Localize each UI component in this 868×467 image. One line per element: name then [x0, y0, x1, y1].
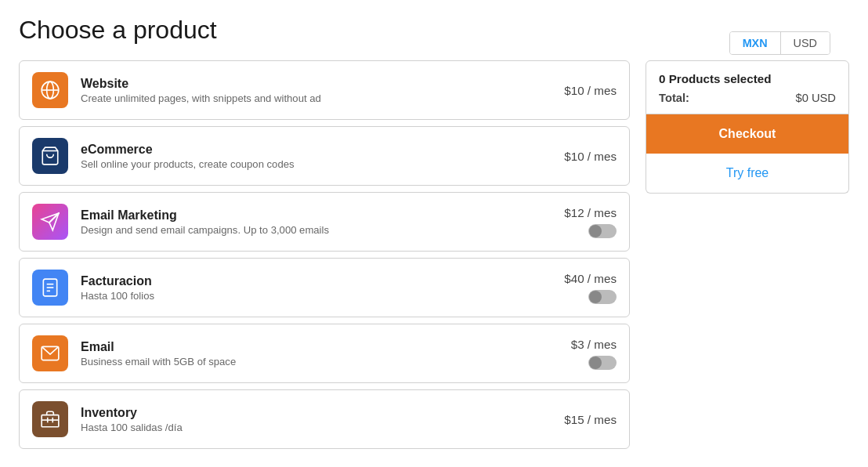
checkout-button[interactable]: Checkout — [646, 114, 849, 154]
total-value: $0 USD — [795, 92, 836, 104]
product-desc-facturacion: Hasta 100 folios — [81, 290, 564, 302]
page-title: Choose a product — [19, 16, 849, 45]
product-name-email: Email — [81, 340, 571, 354]
product-price-toggle-email: $3 / mes — [571, 338, 617, 370]
product-card-website[interactable]: WebsiteCreate unlimited pages, with snip… — [19, 60, 630, 120]
product-card-facturacion[interactable]: FacturacionHasta 100 folios$40 / mes — [19, 258, 630, 317]
toggle-knob-email — [589, 357, 602, 369]
product-name-emailmarketing: Email Marketing — [81, 208, 564, 223]
product-icon-facturacion — [32, 270, 68, 306]
product-desc-emailmarketing: Design and send email campaigns. Up to 3… — [81, 224, 564, 236]
toggle-wrap-email — [588, 356, 617, 370]
total-label: Total: — [659, 92, 689, 104]
toggle-wrap-emailmarketing — [588, 224, 617, 238]
products-list: WebsiteCreate unlimited pages, with snip… — [19, 60, 630, 449]
product-info-email: EmailBusiness email with 5GB of space — [81, 340, 571, 367]
toggle-email[interactable] — [588, 356, 617, 370]
product-info-inventory: InventoryHasta 100 salidas /día — [81, 406, 564, 433]
product-name-website: Website — [81, 77, 564, 91]
product-desc-ecommerce: Sell online your products, create coupon… — [81, 158, 564, 170]
products-selected-label: 0 Products selected — [659, 72, 836, 85]
product-price-toggle-ecommerce: $10 / mes — [564, 150, 617, 163]
product-info-emailmarketing: Email MarketingDesign and send email cam… — [81, 208, 564, 236]
toggle-wrap-facturacion — [588, 290, 617, 304]
toggle-knob-emailmarketing — [589, 225, 602, 237]
product-card-inventory[interactable]: InventoryHasta 100 salidas /día$15 / mes — [19, 389, 630, 449]
product-icon-website — [32, 72, 68, 108]
toggle-facturacion[interactable] — [588, 290, 617, 304]
product-info-website: WebsiteCreate unlimited pages, with snip… — [81, 77, 564, 104]
product-info-facturacion: FacturacionHasta 100 folios — [81, 274, 564, 302]
sidebar-header: 0 Products selected Total: $0 USD — [646, 60, 849, 114]
product-card-emailmarketing[interactable]: Email MarketingDesign and send email cam… — [19, 192, 630, 252]
product-info-ecommerce: eCommerceSell online your products, crea… — [81, 143, 564, 170]
product-price-email: $3 / mes — [571, 338, 617, 351]
product-price-emailmarketing: $12 / mes — [564, 206, 617, 219]
total-row: Total: $0 USD — [659, 92, 836, 107]
currency-usd-button[interactable]: USD — [781, 32, 830, 54]
currency-mxn-button[interactable]: MXN — [730, 32, 781, 54]
svg-rect-9 — [42, 415, 59, 427]
product-card-ecommerce[interactable]: eCommerceSell online your products, crea… — [19, 126, 630, 186]
sidebar: 0 Products selected Total: $0 USD Checko… — [646, 60, 849, 194]
product-price-facturacion: $40 / mes — [564, 272, 617, 285]
product-price-inventory: $15 / mes — [564, 413, 617, 426]
product-desc-email: Business email with 5GB of space — [81, 356, 571, 367]
product-desc-website: Create unlimited pages, with snippets an… — [81, 92, 564, 104]
product-price-toggle-website: $10 / mes — [564, 84, 617, 97]
product-name-facturacion: Facturacion — [81, 274, 564, 288]
currency-switcher[interactable]: MXN USD — [729, 31, 830, 55]
product-name-inventory: Inventory — [81, 406, 564, 420]
product-price-ecommerce: $10 / mes — [564, 150, 617, 163]
product-icon-email — [32, 335, 68, 371]
product-desc-inventory: Hasta 100 salidas /día — [81, 422, 564, 433]
toggle-emailmarketing[interactable] — [588, 224, 617, 238]
product-price-toggle-facturacion: $40 / mes — [564, 272, 617, 304]
toggle-knob-facturacion — [589, 291, 602, 303]
product-price-toggle-emailmarketing: $12 / mes — [564, 206, 617, 238]
product-card-email[interactable]: EmailBusiness email with 5GB of space$3 … — [19, 324, 630, 383]
product-name-ecommerce: eCommerce — [81, 143, 564, 157]
product-icon-inventory — [32, 401, 68, 437]
product-price-toggle-inventory: $15 / mes — [564, 413, 617, 426]
product-icon-ecommerce — [32, 138, 68, 174]
product-icon-emailmarketing — [32, 204, 68, 240]
product-price-website: $10 / mes — [564, 84, 617, 97]
try-free-button[interactable]: Try free — [646, 154, 849, 194]
